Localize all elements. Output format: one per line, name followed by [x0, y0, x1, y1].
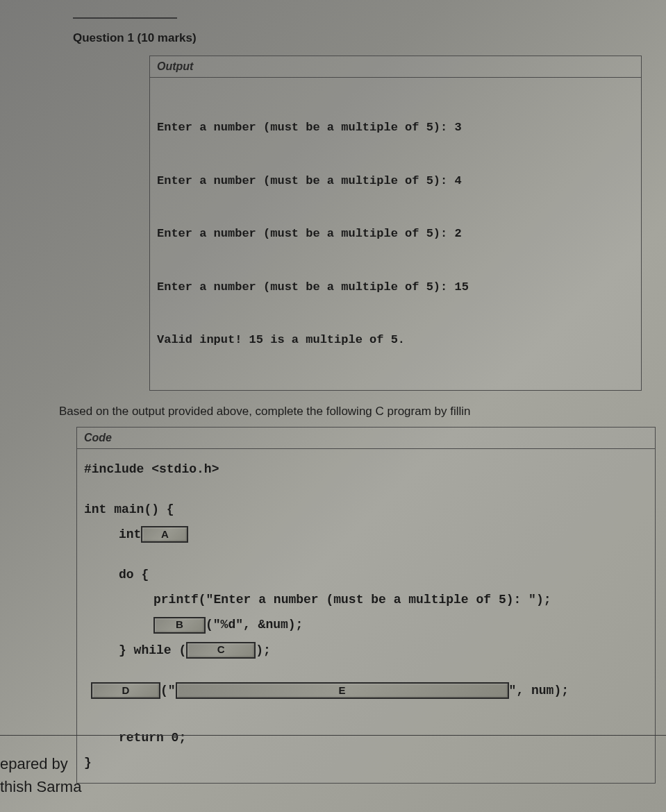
page-content: Question 1 (10 marks) Output Enter a num…	[0, 0, 666, 784]
instruction-text: Based on the output provided above, comp…	[59, 405, 656, 418]
output-box: Output Enter a number (must be a multipl…	[149, 56, 642, 391]
code-text: do {	[119, 563, 149, 586]
question-title: Question 1 (10 marks)	[73, 31, 656, 45]
code-text: int	[119, 523, 141, 546]
code-text: #include <stdio.h>	[84, 457, 219, 481]
code-text: printf("Enter a number (must be a multip…	[153, 588, 551, 611]
output-body: Enter a number (must be a multiple of 5)…	[150, 78, 641, 390]
code-line-while: } while ( C );	[84, 638, 648, 662]
code-header: Code	[77, 428, 655, 449]
output-line: Enter a number (must be a multiple of 5)…	[157, 225, 634, 243]
code-line-printf: printf("Enter a number (must be a multip…	[84, 588, 648, 611]
code-line-include: #include <stdio.h>	[84, 457, 648, 481]
code-text: ("	[160, 679, 176, 702]
output-line: Valid input! 15 is a multiple of 5.	[157, 331, 634, 349]
output-line: Enter a number (must be a multiple of 5)…	[157, 278, 634, 296]
code-text: ", num);	[509, 679, 569, 702]
code-body: #include <stdio.h> int main() { int A do…	[77, 449, 655, 784]
code-text: } while (	[119, 638, 186, 662]
code-line-do-open: do {	[84, 563, 648, 586]
code-text: return 0;	[119, 726, 186, 750]
output-line: Enter a number (must be a multiple of 5)…	[157, 119, 634, 137]
code-line-main-close: }	[84, 751, 648, 775]
code-text: );	[256, 638, 271, 662]
blank-b[interactable]: B	[153, 617, 206, 634]
code-text: ("%d", &num);	[206, 613, 303, 636]
output-line: Enter a number (must be a multiple of 5)…	[157, 172, 634, 190]
code-line-int-decl: int A	[84, 523, 648, 546]
blank-d[interactable]: D	[91, 682, 160, 699]
code-line-return: return 0;	[84, 726, 648, 750]
footer: epared by thish Sarma	[0, 752, 81, 798]
code-line-d: D (" E ", num);	[84, 679, 648, 702]
code-line-main-open: int main() {	[84, 498, 648, 521]
footer-line-2: thish Sarma	[0, 775, 81, 798]
blank-a[interactable]: A	[141, 526, 188, 543]
output-header: Output	[150, 56, 641, 78]
code-line-scanf: B ("%d", &num);	[84, 613, 648, 636]
footer-line-1: epared by	[0, 752, 81, 775]
code-text: int main() {	[84, 498, 174, 521]
blank-e[interactable]: E	[176, 682, 509, 699]
blank-c[interactable]: C	[186, 642, 256, 659]
bottom-divider	[0, 735, 666, 736]
code-text: }	[84, 751, 92, 775]
code-box: Code #include <stdio.h> int main() { int…	[76, 427, 656, 784]
section-divider	[73, 17, 177, 19]
